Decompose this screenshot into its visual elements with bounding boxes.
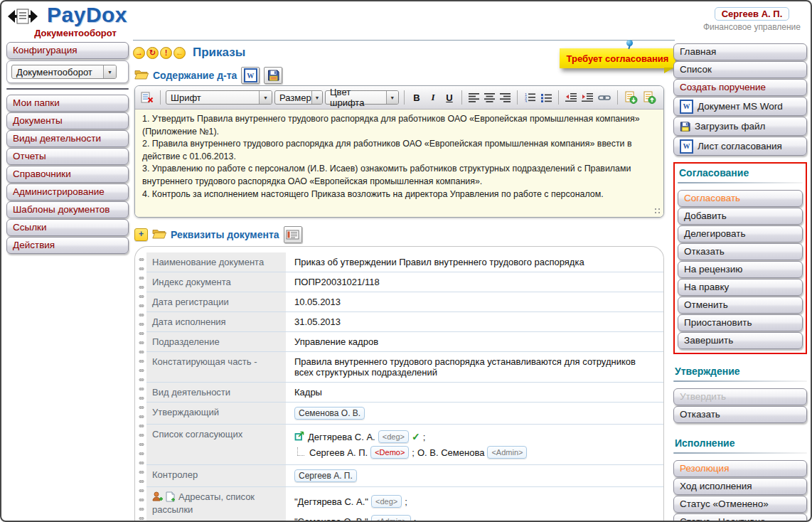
table-row: Констатирующая часть - Правила внутренне… bbox=[146, 352, 663, 383]
addressee-name[interactable]: "Дегтярева С. А." bbox=[294, 496, 368, 507]
sidebar-item-my-folders[interactable]: Мои папки bbox=[6, 95, 129, 112]
document-editor: Шрифт ▼ Размер ▼ Цвет шрифта ▼ B I U bbox=[134, 85, 664, 218]
sidebar-item-activity-types[interactable]: Виды деятельности bbox=[6, 130, 129, 147]
execution-progress-button[interactable]: Ход исполнения bbox=[673, 478, 807, 495]
add-button[interactable]: Добавить bbox=[678, 208, 803, 225]
outdent-button[interactable] bbox=[564, 92, 578, 104]
indent-button[interactable] bbox=[580, 92, 594, 104]
save-content-button[interactable] bbox=[264, 67, 282, 84]
sidebar-item-administration[interactable]: Администрирование bbox=[6, 183, 129, 201]
word-icon: W bbox=[244, 68, 257, 82]
link-button[interactable] bbox=[597, 92, 612, 103]
complete-button[interactable]: Завершить bbox=[678, 332, 803, 349]
sequential-route-icon bbox=[294, 430, 305, 443]
chevron-down-icon[interactable]: ▼ bbox=[386, 91, 398, 104]
sidebar-item-documents[interactable]: Документы bbox=[6, 112, 129, 129]
role-tag-badge[interactable]: <deg> bbox=[378, 430, 409, 443]
agree-button[interactable]: Согласовать bbox=[678, 190, 803, 207]
agreer-name[interactable]: О. В. Семенова bbox=[417, 447, 484, 458]
sticky-note-requires-agreement: Требует согласования bbox=[560, 48, 675, 68]
main-content: → ↻ ! ← Приказы Требует согласования Сод… bbox=[133, 1, 670, 522]
sidebar-item-actions[interactable]: Действия bbox=[6, 237, 129, 254]
font-size-select[interactable]: Размер ▼ bbox=[274, 90, 323, 105]
align-center-button[interactable] bbox=[483, 92, 496, 104]
sidebar-item-reports[interactable]: Отчеты bbox=[6, 148, 129, 165]
sidebar-item-references[interactable]: Справочники bbox=[6, 166, 129, 183]
to-review-button[interactable]: На рецензию bbox=[678, 261, 803, 278]
nav-next-icon[interactable]: → bbox=[133, 47, 145, 59]
person-badge[interactable]: Сергеев А. П. bbox=[294, 469, 357, 482]
table-row: Индекс документа ПОПР20031021/118 bbox=[146, 272, 663, 292]
addressee-name[interactable]: "Семенова О. В." bbox=[294, 516, 368, 522]
rsb-button-agreement-sheet[interactable]: W Лист согласования bbox=[673, 137, 807, 156]
add-person-icon[interactable] bbox=[152, 491, 164, 504]
sticky-note-fold bbox=[664, 68, 674, 73]
rsb-button-create-task[interactable]: Создать поручение bbox=[673, 79, 807, 96]
refuse-button[interactable]: Отказать bbox=[678, 243, 803, 260]
role-tag-badge[interactable]: <Admin> bbox=[487, 446, 527, 459]
agreer-name[interactable]: Дегтярева С. А. bbox=[308, 432, 375, 442]
pin-icon bbox=[626, 40, 633, 46]
alert-icon[interactable]: ! bbox=[160, 47, 172, 59]
underline-button[interactable]: U bbox=[442, 92, 456, 103]
word-icon: W bbox=[680, 139, 693, 154]
agreement-section-title: Согласование bbox=[678, 166, 803, 179]
align-left-button[interactable] bbox=[467, 92, 481, 104]
add-document-icon[interactable] bbox=[166, 491, 176, 504]
approval-refuse-button[interactable]: Отказать bbox=[673, 406, 807, 423]
rsb-button-list[interactable]: Список bbox=[673, 61, 807, 78]
suspend-button[interactable]: Приостановить bbox=[678, 314, 803, 331]
floppy-icon bbox=[680, 122, 690, 132]
align-right-button[interactable] bbox=[498, 92, 512, 104]
numbered-list-button[interactable]: 123 bbox=[523, 91, 537, 104]
rsb-button-upload-file[interactable]: Загрузить файл bbox=[673, 117, 807, 136]
resolution-button[interactable]: Резолюция bbox=[673, 460, 807, 477]
paydox-window: PayDox Документооборот Сергеев А. П. Фин… bbox=[0, 0, 812, 522]
agreement-highlight-frame: Согласование Согласовать Добавить Делеги… bbox=[673, 162, 807, 354]
document-content-editor[interactable]: 1. Утвердить Правила внутреннего трудово… bbox=[135, 110, 663, 217]
agreer-name[interactable]: Сергеев А. П. bbox=[309, 447, 368, 458]
configuration-select-value: Документооборот bbox=[16, 67, 92, 78]
role-tag-badge[interactable]: <deg> bbox=[371, 495, 402, 508]
doc-upload-button[interactable] bbox=[641, 90, 658, 105]
cancel-button[interactable]: Отменить bbox=[678, 297, 803, 314]
clear-formatting-icon[interactable] bbox=[139, 90, 155, 105]
sidebar-item-configuration[interactable]: Конфигурация bbox=[6, 42, 129, 59]
edit-in-word-button[interactable]: W bbox=[241, 67, 260, 84]
sidebar-item-document-templates[interactable]: Шаблоны документов bbox=[6, 201, 129, 218]
rsb-button-ms-word-document[interactable]: W Документ MS Word bbox=[673, 97, 807, 116]
current-user-badge[interactable]: Сергеев А. П. bbox=[715, 7, 790, 21]
resize-grip[interactable] bbox=[654, 208, 661, 215]
status-inactive-button[interactable]: Статус «Неактивно» bbox=[673, 513, 807, 522]
nav-back-icon[interactable]: ← bbox=[173, 47, 186, 59]
chevron-down-icon[interactable]: ▼ bbox=[311, 91, 322, 104]
role-tag-badge[interactable]: <Admin> bbox=[371, 515, 411, 522]
bold-button[interactable]: B bbox=[410, 92, 424, 103]
font-select[interactable]: Шрифт ▼ bbox=[166, 90, 272, 105]
role-tag-badge[interactable]: <Demo> bbox=[370, 446, 409, 459]
table-row: Подразделение Управление кадров bbox=[146, 332, 663, 352]
font-color-select[interactable]: Цвет шрифта ▼ bbox=[325, 90, 399, 105]
chevron-down-icon[interactable]: ▼ bbox=[259, 91, 272, 104]
add-requisite-button[interactable]: + bbox=[134, 228, 148, 241]
sidebar-item-links[interactable]: Ссылки bbox=[6, 219, 129, 236]
sidebar-toggle-print-icon[interactable] bbox=[7, 6, 38, 30]
bullet-list-button[interactable] bbox=[539, 92, 553, 104]
rsb-button-home[interactable]: Главная bbox=[673, 43, 807, 60]
to-revision-button[interactable]: На правку bbox=[678, 279, 803, 296]
table-row: Вид деятельности Кадры bbox=[146, 383, 663, 403]
chevron-down-icon[interactable]: ▼ bbox=[103, 65, 116, 78]
person-badge[interactable]: Семенова О. В. bbox=[294, 407, 365, 420]
status-cancelled-button[interactable]: Статус «Отменено» bbox=[673, 496, 807, 513]
current-user-department: Финансовое управление bbox=[703, 22, 801, 32]
refresh-icon[interactable]: ↻ bbox=[146, 47, 159, 59]
delegate-button[interactable]: Делегировать bbox=[678, 225, 803, 243]
sticky-note-text: Требует согласования bbox=[567, 53, 669, 64]
requisites-panel: Наименование документа Приказ об утвержд… bbox=[134, 246, 664, 522]
registration-journal-button[interactable] bbox=[284, 226, 302, 243]
sidebar-divider bbox=[6, 88, 129, 90]
table-row: Дата регистрации 10.05.2013 bbox=[146, 292, 663, 312]
doc-download-button[interactable] bbox=[623, 90, 639, 105]
configuration-select[interactable]: Документооборот ▼ bbox=[11, 65, 117, 79]
italic-button[interactable]: I bbox=[426, 92, 440, 103]
